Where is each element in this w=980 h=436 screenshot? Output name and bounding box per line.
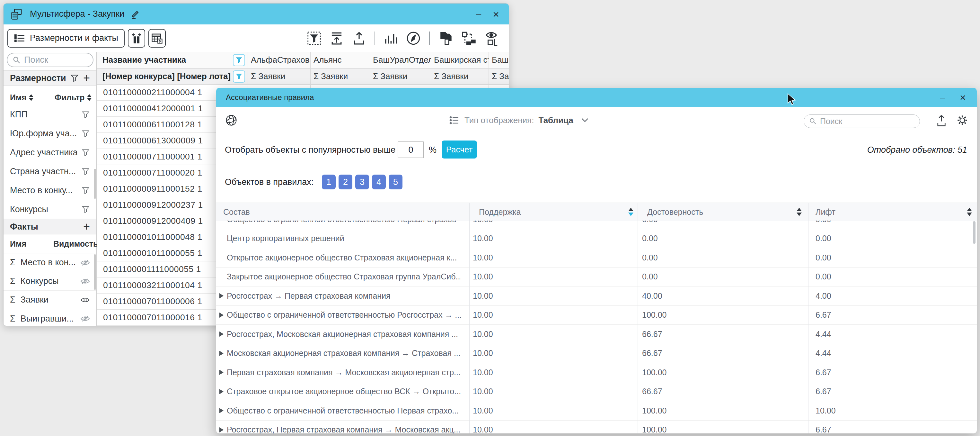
filter-icon[interactable]	[81, 168, 90, 176]
compass-icon[interactable]	[406, 31, 421, 46]
grid-column-header[interactable]: Альянс	[310, 52, 370, 69]
expand-icon[interactable]	[220, 389, 224, 394]
add-dimension-button[interactable]: +	[83, 72, 90, 84]
column-width-button[interactable]	[128, 29, 145, 48]
dimension-row[interactable]: Место в конку...	[3, 181, 96, 200]
grid-measure-header[interactable]: Σ Заявки	[488, 69, 509, 85]
globe-icon[interactable]	[225, 114, 237, 126]
fact-row[interactable]: Σ Конкурсы	[3, 272, 96, 291]
visibility-column-icon[interactable]	[484, 31, 499, 46]
grid-measure-header[interactable]: Σ Заявки	[310, 69, 370, 85]
expand-icon[interactable]	[220, 427, 224, 433]
expand-icon[interactable]	[220, 351, 224, 356]
dimension-row[interactable]: КПП	[3, 105, 96, 124]
filter-icon[interactable]	[81, 206, 90, 214]
sort-icon[interactable]	[29, 94, 33, 101]
rule-size-button-5[interactable]: 5	[389, 175, 402, 189]
fact-row[interactable]: Σ Место в кон...	[3, 253, 96, 272]
rule-row[interactable]: Росгосстрах, Московская акционерная стра…	[216, 325, 977, 344]
rule-size-button-1[interactable]: 1	[322, 175, 336, 189]
rule-size-button-3[interactable]: 3	[355, 175, 369, 189]
export-icon[interactable]	[352, 31, 366, 45]
filter-icon[interactable]	[70, 74, 79, 82]
grid-header-lot[interactable]: [Номер конкурса] [Номер лота]	[97, 69, 248, 85]
dialog-search-input[interactable]: Поиск	[803, 115, 920, 128]
col-lift[interactable]: Лифт	[816, 203, 835, 221]
filter-icon[interactable]	[81, 129, 90, 137]
rule-size-button-2[interactable]: 2	[339, 175, 352, 189]
rule-row[interactable]: Росгосстрах, Первая страховая компания →…	[216, 420, 977, 434]
col-support[interactable]: Поддержка	[479, 203, 521, 221]
filter-icon[interactable]	[81, 149, 90, 157]
eye-icon[interactable]	[80, 296, 90, 304]
rule-row[interactable]: Открытое акционерное общество Страховая …	[216, 248, 977, 268]
eye-slash-icon[interactable]	[80, 259, 90, 267]
fact-row[interactable]: Σ Заявки	[3, 291, 96, 309]
grid-measure-header[interactable]: Σ Заявки	[370, 69, 431, 85]
grid-header-participant[interactable]: Название участника	[97, 52, 248, 69]
filter-icon[interactable]	[81, 110, 90, 119]
filter-active-icon[interactable]	[233, 54, 245, 66]
filter-active-icon[interactable]	[233, 70, 245, 83]
calculate-button[interactable]: Расчет	[442, 141, 477, 158]
rule-row[interactable]: Общество с ограниченной ответственностью…	[216, 306, 977, 325]
dimensions-facts-button[interactable]: Размерности и факты	[7, 29, 125, 48]
dialog-close-button[interactable]: ×	[960, 92, 966, 102]
display-type-control[interactable]: Тип отображения: Таблица	[449, 113, 589, 128]
col-composition[interactable]: Состав	[223, 203, 250, 221]
grid-column-header[interactable]: Баш	[488, 52, 509, 69]
expand-icon[interactable]	[220, 408, 224, 413]
sort-lift[interactable]	[967, 203, 972, 221]
dimension-row[interactable]: Юр.форма уча...	[3, 124, 96, 143]
gear-icon[interactable]	[956, 113, 969, 127]
col-filter-label[interactable]: Фильтр	[55, 93, 84, 102]
close-button[interactable]: ×	[493, 9, 499, 20]
facts-scrollbar[interactable]	[94, 254, 96, 290]
rule-row[interactable]: Закрытое акционерное общество Страховая …	[216, 268, 977, 287]
rule-row[interactable]: Росгосстрах → Первая страховая компания1…	[216, 286, 977, 306]
dialog-minimize-button[interactable]: –	[940, 93, 945, 102]
eye-slash-icon[interactable]	[80, 315, 90, 323]
grid-column-header[interactable]: Башкирская ст	[431, 52, 488, 69]
dialog-titlebar[interactable]: Ассоциативные правила – ×	[216, 88, 977, 107]
filter-icon[interactable]	[81, 187, 90, 195]
grid-measure-header[interactable]: Σ Заявки	[431, 69, 488, 85]
eye-slash-icon[interactable]	[80, 278, 90, 285]
grid-column-header[interactable]: БашУралОтдел	[370, 52, 431, 69]
minimize-button[interactable]: –	[476, 9, 481, 19]
edit-title-icon[interactable]	[129, 9, 140, 20]
dimension-row[interactable]: Конкурсы	[3, 200, 96, 219]
dimension-row[interactable]: Страна участн...	[3, 162, 96, 181]
export-icon[interactable]	[935, 114, 948, 127]
col-confidence[interactable]: Достоверность	[647, 203, 703, 221]
rule-row[interactable]: Первая страховая компания → Московская а…	[216, 363, 977, 382]
rule-row[interactable]: Центр корпоративных решений10.00 0.000.0…	[216, 229, 977, 249]
col-name-label[interactable]: Имя	[10, 93, 26, 102]
sort-icon[interactable]	[87, 94, 92, 101]
expand-icon[interactable]	[220, 332, 224, 337]
copy-report-icon[interactable]	[438, 31, 453, 46]
sort-confidence[interactable]	[797, 203, 802, 221]
bar-chart-icon[interactable]	[383, 31, 398, 45]
main-titlebar[interactable]: Мультисфера - Закупки – ×	[3, 3, 509, 24]
hierarchy-icon[interactable]	[461, 31, 476, 46]
grid-column-header[interactable]: АльфаСтрахова	[248, 52, 310, 69]
fact-row[interactable]: Σ Выигравши...	[3, 309, 96, 326]
rule-row[interactable]: Московская акционерная страховая компани…	[216, 344, 977, 363]
rules-scrollbar[interactable]	[973, 221, 975, 244]
popularity-input[interactable]: 0	[398, 142, 424, 158]
dimensions-scrollbar[interactable]	[94, 169, 96, 199]
import-rows-icon[interactable]	[329, 31, 344, 45]
rule-row[interactable]: Общество с ограниченной ответственностью…	[216, 220, 977, 229]
expand-icon[interactable]	[220, 370, 224, 375]
dimension-row[interactable]: Адрес участника	[3, 143, 96, 162]
rule-row[interactable]: Страховое открытое акционерное общество …	[216, 382, 977, 402]
grid-measure-header[interactable]: Σ Заявки	[248, 69, 310, 85]
rule-size-button-4[interactable]: 4	[372, 175, 386, 189]
expand-icon[interactable]	[220, 293, 224, 299]
rule-row[interactable]: Общество с ограниченной ответственностью…	[216, 401, 977, 420]
table-view-button[interactable]	[148, 29, 166, 48]
expand-icon[interactable]	[220, 313, 224, 318]
add-fact-button[interactable]: +	[83, 221, 90, 232]
filter-area-icon[interactable]	[307, 31, 321, 45]
